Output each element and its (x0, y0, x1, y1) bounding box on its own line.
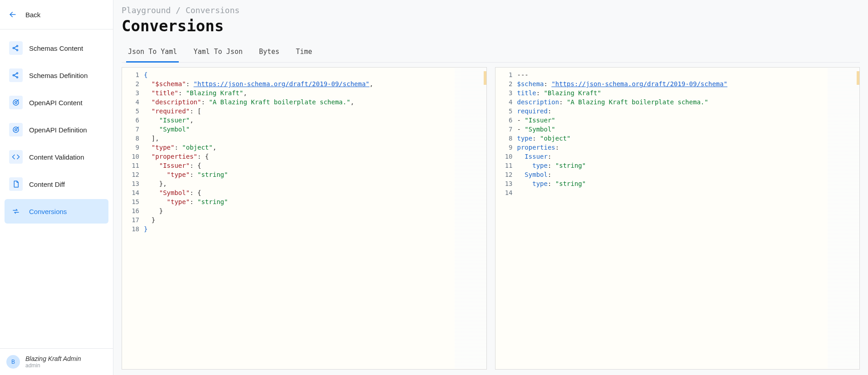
code-line[interactable]: required: (517, 107, 860, 116)
code-line[interactable]: "Symbol" (144, 125, 486, 134)
user-role: admin (25, 362, 81, 369)
breadcrumb-item-0[interactable]: Playground (122, 5, 171, 15)
code-line[interactable]: type: "object" (517, 134, 860, 143)
target-icon (9, 123, 23, 136)
sidebar-item-label: Schemas Content (29, 44, 83, 52)
tab-yaml-to-json[interactable]: Yaml To Json (191, 43, 244, 63)
sidebar-item-label: Schemas Definition (29, 72, 88, 79)
breadcrumb-item-1[interactable]: Conversions (186, 5, 240, 15)
code-line[interactable]: "$schema": "https://json-schema.org/draf… (144, 79, 486, 88)
code-line[interactable]: "Symbol": { (144, 188, 486, 197)
doc-icon (9, 177, 23, 191)
code-line[interactable]: type: "string" (517, 161, 860, 170)
sidebar-item-label: OpenAPI Definition (29, 126, 87, 134)
share-icon (9, 68, 23, 82)
svg-point-9 (15, 129, 17, 131)
back-label: Back (25, 11, 40, 19)
code-line[interactable]: Issuer: (517, 152, 860, 161)
swap-icon (9, 205, 23, 218)
code-line[interactable]: } (144, 224, 486, 234)
sidebar-item-content-diff[interactable]: Content Diff (5, 172, 108, 196)
json-gutter: 123456789101112131415161718 (122, 68, 144, 369)
nav-list: Schemas ContentSchemas DefinitionOpenAPI… (0, 29, 113, 230)
sidebar-item-label: Content Diff (29, 180, 65, 188)
breadcrumb: Playground / Conversions (122, 5, 860, 15)
code-line[interactable] (517, 188, 860, 197)
minimap-icon[interactable] (828, 68, 859, 369)
code-line[interactable]: Symbol: (517, 170, 860, 179)
sidebar-item-openapi-definition[interactable]: OpenAPI Definition (5, 117, 108, 142)
code-line[interactable]: "Issuer", (144, 116, 486, 125)
back-button[interactable]: Back (0, 0, 113, 29)
sidebar-item-openapi-content[interactable]: OpenAPI Content (5, 90, 108, 115)
code-line[interactable]: - "Symbol" (517, 125, 860, 134)
code-icon (9, 150, 23, 164)
sidebar-item-schemas-definition[interactable]: Schemas Definition (5, 63, 108, 88)
tab-bytes[interactable]: Bytes (257, 43, 281, 63)
avatar: B (6, 355, 20, 369)
sidebar-item-label: Conversions (29, 208, 67, 215)
tab-json-to-yaml[interactable]: Json To Yaml (126, 43, 179, 63)
code-line[interactable]: type: "string" (517, 179, 860, 188)
code-line[interactable]: { (144, 70, 486, 79)
sidebar-item-content-validation[interactable]: Content Validation (5, 145, 108, 169)
svg-point-7 (15, 102, 17, 104)
target-icon (9, 96, 23, 109)
code-line[interactable]: title: "Blazing Kraft" (517, 88, 860, 97)
minimap-icon[interactable] (455, 68, 486, 369)
arrow-left-icon (6, 8, 19, 21)
code-line[interactable]: description: "A Blazing Kraft boilerplat… (517, 97, 860, 107)
code-line[interactable]: "description": "A Blazing Kraft boilerpl… (144, 97, 486, 107)
code-line[interactable]: "properties": { (144, 152, 486, 161)
code-line[interactable]: } (144, 206, 486, 215)
user-footer[interactable]: B Blazing Kraft Admin admin (0, 348, 113, 375)
yaml-code[interactable]: ---$schema: "https://json-schema.org/dra… (517, 68, 860, 369)
sidebar-item-label: OpenAPI Content (29, 99, 83, 107)
user-name: Blazing Kraft Admin (25, 355, 81, 362)
sidebar-item-schemas-content[interactable]: Schemas Content (5, 36, 108, 60)
code-line[interactable]: "type": "string" (144, 170, 486, 179)
user-block: Blazing Kraft Admin admin (25, 355, 81, 369)
code-line[interactable]: --- (517, 70, 860, 79)
main: Playground / Conversions Conversions Jso… (113, 0, 868, 375)
sidebar-top: Back Schemas ContentSchemas DefinitionOp… (0, 0, 113, 348)
code-line[interactable]: $schema: "https://json-schema.org/draft/… (517, 79, 860, 88)
breadcrumb-separator: / (176, 5, 186, 15)
json-editor[interactable]: 123456789101112131415161718 { "$schema":… (122, 67, 487, 370)
code-line[interactable]: } (144, 215, 486, 224)
sidebar-item-label: Content Validation (29, 153, 84, 161)
code-line[interactable]: "Issuer": { (144, 161, 486, 170)
code-line[interactable]: - "Issuer" (517, 116, 860, 125)
yaml-gutter: 1234567891011121314 (495, 68, 517, 369)
sidebar-item-conversions[interactable]: Conversions (5, 199, 108, 224)
yaml-editor[interactable]: 1234567891011121314 ---$schema: "https:/… (495, 67, 860, 370)
code-line[interactable]: "title": "Blazing Kraft", (144, 88, 486, 97)
code-line[interactable]: "type": "string" (144, 197, 486, 206)
code-line[interactable]: "type": "object", (144, 143, 486, 152)
share-icon (9, 41, 23, 55)
editors: 123456789101112131415161718 { "$schema":… (122, 63, 860, 370)
code-line[interactable]: }, (144, 179, 486, 188)
code-line[interactable]: ], (144, 134, 486, 143)
json-code[interactable]: { "$schema": "https://json-schema.org/dr… (144, 68, 486, 369)
code-line[interactable]: properties: (517, 143, 860, 152)
tab-time[interactable]: Time (294, 43, 314, 63)
sidebar: Back Schemas ContentSchemas DefinitionOp… (0, 0, 113, 375)
tabs: Json To YamlYaml To JsonBytesTime (122, 43, 860, 63)
page-title: Conversions (122, 17, 860, 35)
code-line[interactable]: "required": [ (144, 107, 486, 116)
